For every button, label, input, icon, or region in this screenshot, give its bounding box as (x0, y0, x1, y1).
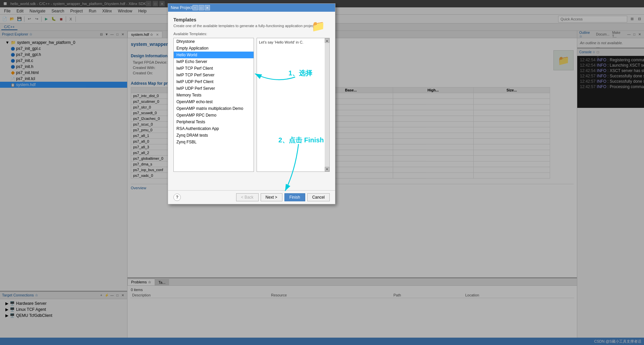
scroll-down[interactable]: ▼ (325, 167, 329, 171)
template-lwip-echo[interactable]: lwIP Echo Server (174, 58, 254, 65)
modal-maximize-btn[interactable]: □ (199, 5, 204, 10)
new-project-modal: New Project − □ ✕ Templates Create one o… (168, 3, 335, 204)
template-dhrystone[interactable]: Dhrystone (174, 38, 254, 45)
templates-label: Available Templates: (173, 32, 330, 36)
template-lwip-tcp-client[interactable]: lwIP TCP Perf Client (174, 65, 254, 72)
footer-buttons: < Back Next > Finish Cancel (236, 193, 330, 201)
modal-title-text: New Project (171, 5, 193, 10)
modal-titlebar: New Project − □ ✕ (168, 4, 335, 12)
template-desc-text: Let's say 'Hello World' in C. (259, 40, 304, 44)
template-hello-world[interactable]: Hello World (174, 52, 254, 58)
template-dram[interactable]: Zynq DRAM tests (174, 132, 254, 139)
modal-description: Create one of the available templates to… (173, 24, 330, 28)
template-lwip-tcp-server[interactable]: lwIP TCP Perf Server (174, 72, 254, 78)
desc-scrollbar[interactable]: ▲ ▼ (325, 38, 329, 171)
back-button[interactable]: < Back (236, 193, 259, 201)
template-lwip-udp-client[interactable]: lwIP UDP Perf Client (174, 78, 254, 85)
template-openamp-rpc[interactable]: OpenAMP RPC Demo (174, 112, 254, 119)
next-button[interactable]: Next > (261, 193, 282, 201)
modal-close-btn[interactable]: ✕ (205, 5, 210, 10)
template-rsa[interactable]: RSA Authentication App (174, 125, 254, 132)
modal-minimize-btn[interactable]: − (193, 5, 198, 10)
finish-button[interactable]: Finish (284, 193, 305, 201)
template-fsbl[interactable]: Zynq FSBL (174, 139, 254, 145)
template-empty-app[interactable]: Empty Application (174, 45, 254, 52)
template-peripheral[interactable]: Peripheral Tests (174, 119, 254, 125)
templates-layout: Dhrystone Empty Application Hello World … (173, 38, 330, 172)
template-list: Dhrystone Empty Application Hello World … (173, 38, 254, 172)
template-lwip-udp-server[interactable]: lwIP UDP Perf Server (174, 85, 254, 92)
modal-title-buttons: − □ ✕ (193, 5, 210, 10)
cancel-button[interactable]: Cancel (307, 193, 330, 201)
modal-overlay: New Project − □ ✕ Templates Create one o… (0, 0, 644, 345)
template-openamp-echo[interactable]: OpenAMP echo-test (174, 98, 254, 105)
template-memory-tests[interactable]: Memory Tests (174, 92, 254, 98)
modal-section-title: Templates (173, 17, 330, 22)
template-description: Let's say 'Hello World' in C. ▲ ▼ (257, 38, 330, 172)
modal-body: Templates Create one of the available te… (168, 12, 335, 190)
template-openamp-matrix[interactable]: OpenAMP matrix multiplication Demo (174, 105, 254, 112)
scroll-up[interactable]: ▲ (325, 38, 329, 43)
help-button[interactable]: ? (173, 194, 181, 201)
modal-footer: ? < Back Next > Finish Cancel (168, 190, 335, 204)
template-icon: 📁 (312, 20, 328, 37)
